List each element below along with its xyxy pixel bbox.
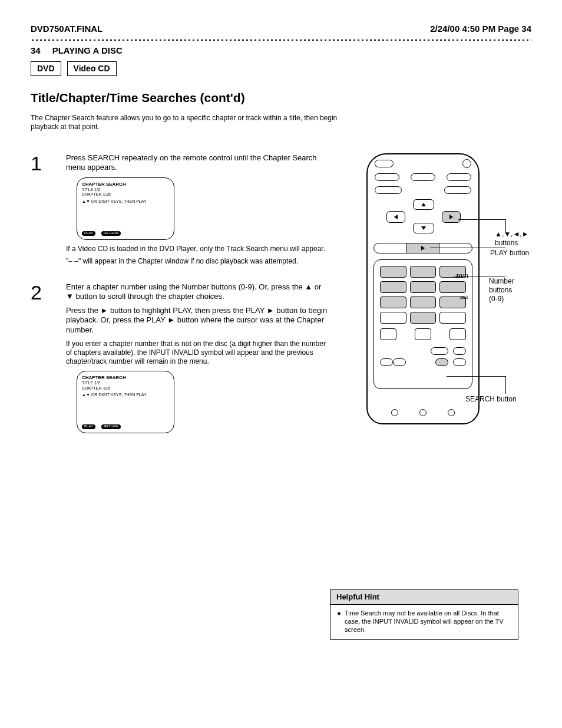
callout-dir-text2: buttons <box>495 239 518 247</box>
osd-return-button: RETURN <box>101 231 121 236</box>
fast-forward-icon <box>439 243 472 253</box>
pause-icon <box>431 347 448 355</box>
running-header-left: DVD750AT.FINAL <box>31 24 103 35</box>
number-button <box>380 312 406 324</box>
step1-note-1: If a Video CD is loaded in the DVD Playe… <box>66 245 330 253</box>
remote-button <box>453 347 466 355</box>
remote-button <box>415 328 431 340</box>
remote-button <box>380 328 396 340</box>
leader-line <box>454 276 505 276</box>
leader-line <box>505 376 506 394</box>
helpful-hint-title: Helpful Hint <box>330 589 518 605</box>
callout-play: PLAY button <box>490 249 529 258</box>
remote-button <box>375 160 394 167</box>
helpful-hint-box: Helpful Hint Time Search may not be avai… <box>330 589 518 640</box>
number-button <box>410 281 437 293</box>
step1-note-2: "– –" will appear in the Chapter window … <box>66 257 330 266</box>
callout-dir-text: ▲,▼,◄,► <box>495 230 529 238</box>
osd-row: CHAPTER 1/35 <box>82 192 169 197</box>
callout-numbers-text2: (0-9) <box>489 295 504 303</box>
osd-hint: ▲▼ OR DIGIT KEYS, THEN PLAY <box>82 199 169 205</box>
number-button <box>380 266 406 278</box>
osd-row: CHAPTER -/35 <box>82 386 169 391</box>
osd-play-button: PLAY <box>82 231 95 236</box>
section-title: PLAYING A DISC <box>52 45 123 57</box>
remote-button <box>375 173 399 181</box>
running-header: DVD750AT.FINAL 2/24/00 4:50 PM Page 34 <box>31 24 531 35</box>
tag-dvd: DVD <box>31 61 61 77</box>
intro-text: The Chapter Search feature allows you to… <box>31 114 361 131</box>
arrow-up-button <box>413 199 434 210</box>
step-number: 1 <box>31 153 66 266</box>
step2-note: If you enter a chapter number that is no… <box>66 340 330 366</box>
tag-vcd: Video CD <box>67 61 117 77</box>
dpad <box>376 199 470 241</box>
remote-button <box>391 409 398 416</box>
page-title: Title/Chapter/Time Searches (cont'd) <box>31 90 531 106</box>
remote-button <box>444 186 471 194</box>
osd-title: CHAPTER SEARCH <box>82 182 169 187</box>
page-number: 34 <box>31 45 41 57</box>
search-button <box>435 358 448 366</box>
step2-lead-b: Press the ► button to highlight PLAY, th… <box>66 306 330 335</box>
remote-button <box>448 409 455 416</box>
callout-numbers: Number buttons (0-9) <box>489 277 530 304</box>
remote-button <box>447 173 471 181</box>
next-icon <box>393 358 406 366</box>
arrow-left-button <box>386 211 405 223</box>
helpful-hint-body: Time Search may not be available on all … <box>345 610 512 634</box>
leader-line <box>430 248 505 248</box>
number-button <box>410 266 437 278</box>
step-number: 2 <box>31 282 66 438</box>
osd-play-button: PLAY <box>82 424 95 429</box>
prev-icon <box>380 358 393 366</box>
callout-numbers-text: Number buttons <box>489 277 514 294</box>
number-button <box>410 297 437 308</box>
remote-button <box>453 358 466 366</box>
number-button <box>380 281 406 293</box>
remote-button <box>419 409 427 416</box>
number-button <box>410 312 437 324</box>
step2-lead-a: Enter a chapter number using the Number … <box>66 282 330 302</box>
osd-hint: ▲▼ OR DIGIT KEYS, THEN PLAY <box>82 393 169 398</box>
page-heading: 34 PLAYING A DISC <box>31 45 531 57</box>
remote-illustration: DVD disc <box>330 153 530 424</box>
number-panel: DVD disc <box>373 259 472 389</box>
arrow-down-button <box>413 223 434 233</box>
running-header-right: 2/24/00 4:50 PM Page 34 <box>430 24 531 35</box>
transport-bar <box>373 243 472 253</box>
remote-button <box>411 173 435 181</box>
osd-row: TITLE 1/2 <box>82 381 169 386</box>
rewind-icon <box>374 243 406 253</box>
remote-button <box>449 328 466 340</box>
dvd-logo: DVD <box>456 273 468 281</box>
remote-button <box>375 186 402 194</box>
arrow-right-button <box>442 211 461 223</box>
leader-line <box>458 219 505 220</box>
callout-dir: ▲,▼,◄,► buttons <box>495 230 529 248</box>
eject-icon <box>462 159 471 168</box>
play-button <box>406 243 439 253</box>
number-button <box>380 297 406 308</box>
osd-title: CHAPTER SEARCH <box>82 375 169 381</box>
osd-row: TITLE 1/2 <box>82 187 169 193</box>
step-1: 1 Press SEARCH repeatedly on the remote … <box>31 153 330 266</box>
cd-logo: disc <box>460 295 468 301</box>
callout-search: SEARCH button <box>465 395 517 404</box>
step1-lead: Press SEARCH repeatedly on the remote co… <box>66 153 330 173</box>
number-button <box>439 312 466 324</box>
osd-screen-chapter-search-2: CHAPTER SEARCH TITLE 1/2 CHAPTER -/35 ▲▼… <box>77 371 174 433</box>
divider-dots <box>31 38 531 42</box>
step-2: 2 Enter a chapter number using the Numbe… <box>31 282 330 438</box>
osd-screen-chapter-search: CHAPTER SEARCH TITLE 1/2 CHAPTER 1/35 ▲▼… <box>77 177 174 240</box>
leader-line <box>447 376 505 377</box>
osd-return-button: RETURN <box>101 424 121 429</box>
number-button <box>439 281 466 293</box>
